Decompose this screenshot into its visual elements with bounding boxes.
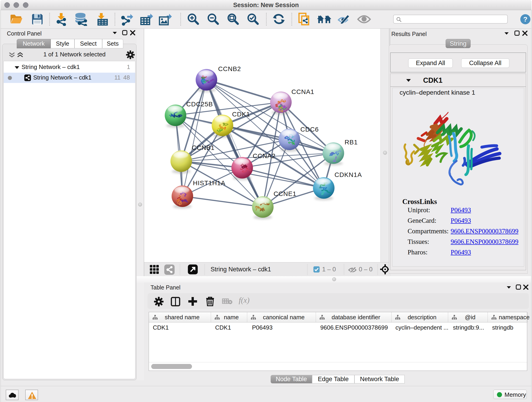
svg-text:CDKN1A: CDKN1A [335,171,362,178]
svg-text:CCNB1: CCNB1 [192,144,215,151]
svg-text:HIST1H1A: HIST1H1A [193,179,225,186]
svg-text:CDC25B: CDC25B [186,101,213,108]
svg-text:?: ? [523,15,527,23]
svg-text:RB1: RB1 [345,139,358,146]
svg-text:CCNE1: CCNE1 [273,190,297,197]
svg-text:CCNA1: CCNA1 [291,88,314,95]
svg-text:CDK1: CDK1 [232,111,250,118]
svg-text:CCNB2: CCNB2 [218,65,241,72]
svg-text:CDC6: CDC6 [300,126,319,133]
svg-text:CCNA2: CCNA2 [253,153,276,160]
